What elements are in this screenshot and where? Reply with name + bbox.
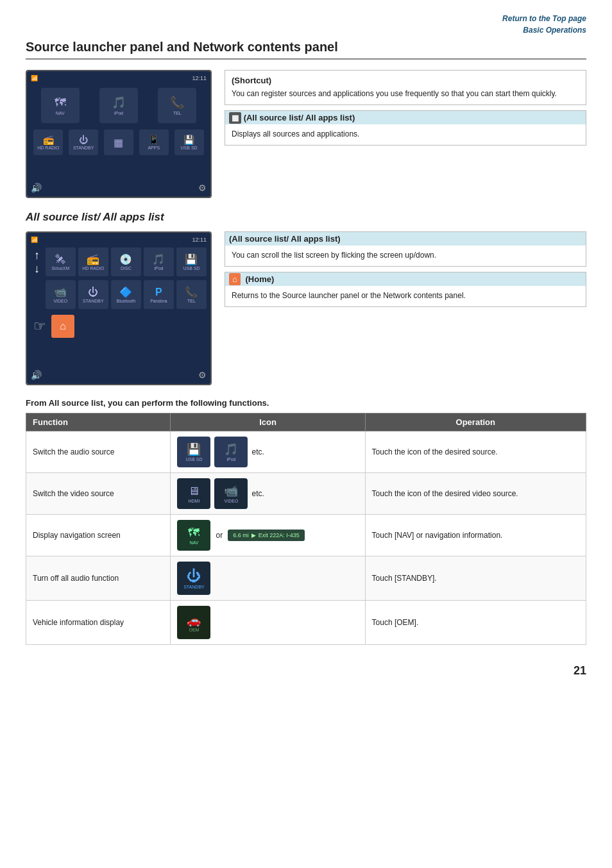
siriusxm-icon: 🛰 SiriusXM [46, 247, 76, 276]
table-row: Switch the audio source 💾 USB SD 🎵 iPod … [26, 431, 586, 473]
nav-icon: 🗺 NAV [41, 88, 80, 123]
icon-cell: 🖥 HDMI 📹 VIDEO etc. [171, 473, 365, 515]
all-source-list-box: (All source list/ All apps list) You can… [225, 231, 586, 267]
shortcut-description: You can register sources and application… [232, 88, 579, 99]
hand-cursor-icon: ☞ [33, 318, 46, 335]
ipod-icon-2: 🎵 iPod [144, 247, 174, 276]
device-image-1: 📶 12:11 🗺 NAV 🎵 iPod 📞 TEL [26, 70, 212, 198]
page-number: 21 [26, 664, 586, 678]
page-title: Source launcher panel and Network conten… [26, 40, 586, 60]
table-row: Vehicle information display 🚗 OEM Touch … [26, 601, 586, 645]
home-description: Returns to the Source launcher panel or … [232, 290, 579, 301]
all-source-section: 📶 12:11 ↑ ↓ 🛰 SiriusXM 📻 HD RADIO 💿 [26, 231, 586, 385]
tel-icon: 📞 TEL [158, 88, 196, 123]
all-source-list-title: (All source list/ All apps list) [225, 232, 586, 246]
etc-label-audio: etc. [251, 447, 264, 456]
speaker-icon: 🔊 [31, 183, 42, 193]
table-header-icon: Icon [171, 413, 365, 431]
speaker-icon-2: 🔊 [31, 370, 42, 380]
apps-icon: 📱 APPS [139, 129, 169, 155]
standby-icon-2: ⏻ STANDBY [78, 280, 108, 309]
operation-cell: Touch [NAV] or navigation information. [365, 515, 586, 556]
basic-operations-link[interactable]: Basic Operations [26, 24, 586, 36]
nav-display-icon: 6.6 mi ▶ Exit 222A: I-435 [228, 530, 305, 541]
operation-cell: Touch [OEM]. [365, 601, 586, 645]
function-cell: Switch the audio source [26, 431, 171, 473]
ipod-icon: 🎵 iPod [99, 88, 138, 123]
all-source-description: Displays all sources and applications. [232, 128, 579, 140]
function-cell: Display navigation screen [26, 515, 171, 556]
nav-func-icon: 🗺 NAV [177, 520, 210, 551]
home-icon: ⌂ [229, 273, 241, 285]
mid-info-panel: (All source list/ All apps list) You can… [225, 231, 586, 385]
table-row: Turn off all audio function ⏻ STANDBY To… [26, 556, 586, 601]
source-launcher-section: 📶 12:11 🗺 NAV 🎵 iPod 📞 TEL [26, 70, 586, 198]
gear-icon: ⚙ [198, 183, 207, 193]
icon-cell: 🗺 NAV or 6.6 mi ▶ Exit 222A: I-435 [171, 515, 365, 556]
return-top-link[interactable]: Return to the Top page [26, 13, 586, 24]
ipod-func-icon: 🎵 iPod [214, 437, 248, 467]
home-button-icon[interactable]: ⌂ [51, 315, 74, 338]
allsource-icon: ▦ [104, 129, 133, 155]
oem-func-icon: 🚗 OEM [177, 606, 210, 639]
gear-icon-2: ⚙ [198, 370, 207, 380]
standby-func-icon: ⏻ STANDBY [177, 562, 210, 595]
tel-icon-2: 📞 TEL [176, 280, 207, 309]
usbsd-icon-2: 💾 USB SD [176, 247, 207, 276]
subsection-title: All source list/ All apps list [26, 211, 586, 224]
usbsd-icon: 💾 USB SD [174, 129, 204, 155]
all-source-title: ▦ (All source list/ All apps list) [225, 111, 586, 124]
shortcut-info-panel: (Shortcut) You can register sources and … [225, 70, 586, 198]
hdradio-icon-2: 📻 HD RADIO [78, 247, 108, 276]
icon-cell: 💾 USB SD 🎵 iPod etc. [171, 431, 365, 473]
usbsd-func-icon: 💾 USB SD [177, 437, 210, 467]
grid-icon: ▦ [229, 112, 241, 124]
hdmi-func-icon: 🖥 HDMI [177, 478, 210, 509]
home-box: ⌂ (Home) Returns to the Source launcher … [225, 272, 586, 307]
device-time-1: 12:11 [192, 75, 207, 81]
function-cell: Turn off all audio function [26, 556, 171, 601]
pandora-icon: P Pandora [144, 280, 174, 309]
functions-table: Function Icon Operation Switch the audio… [26, 413, 586, 645]
video-icon: 📹 VIDEO [46, 280, 76, 309]
shortcut-title: (Shortcut) [232, 76, 579, 85]
table-header-function: Function [26, 413, 171, 431]
operation-cell: Touch the icon of the desired video sour… [365, 473, 586, 515]
table-row: Switch the video source 🖥 HDMI 📹 VIDEO e… [26, 473, 586, 515]
hdradio-icon: 📻 HD RADIO [33, 129, 63, 155]
video-func-icon: 📹 VIDEO [214, 478, 248, 509]
all-source-box: ▦ (All source list/ All apps list) Displ… [225, 110, 586, 146]
function-cell: Vehicle information display [26, 601, 171, 645]
device-image-2: 📶 12:11 ↑ ↓ 🛰 SiriusXM 📻 HD RADIO 💿 [26, 231, 212, 385]
table-header-operation: Operation [365, 413, 586, 431]
icon-cell: 🚗 OEM [171, 601, 365, 645]
or-label: or [216, 531, 223, 540]
function-cell: Switch the video source [26, 473, 171, 515]
standby-icon: ⏻ STANDBY [69, 129, 98, 155]
operation-cell: Touch [STANDBY]. [365, 556, 586, 601]
disc-icon: 💿 DISC [111, 247, 141, 276]
bluetooth-icon: 🔷 Bluetooth [111, 280, 141, 309]
etc-label-video: etc. [251, 489, 264, 498]
icon-cell: ⏻ STANDBY [171, 556, 365, 601]
shortcut-box: (Shortcut) You can register sources and … [225, 70, 586, 105]
home-title: ⌂ (Home) [225, 272, 586, 286]
operation-cell: Touch the icon of the desired source. [365, 431, 586, 473]
top-navigation: Return to the Top page Basic Operations [26, 13, 586, 36]
table-row: Display navigation screen 🗺 NAV or 6.6 m… [26, 515, 586, 556]
all-source-list-description: You can scroll the list screen by flicki… [232, 249, 579, 261]
from-list-title: From All source list, you can perform th… [26, 398, 586, 408]
